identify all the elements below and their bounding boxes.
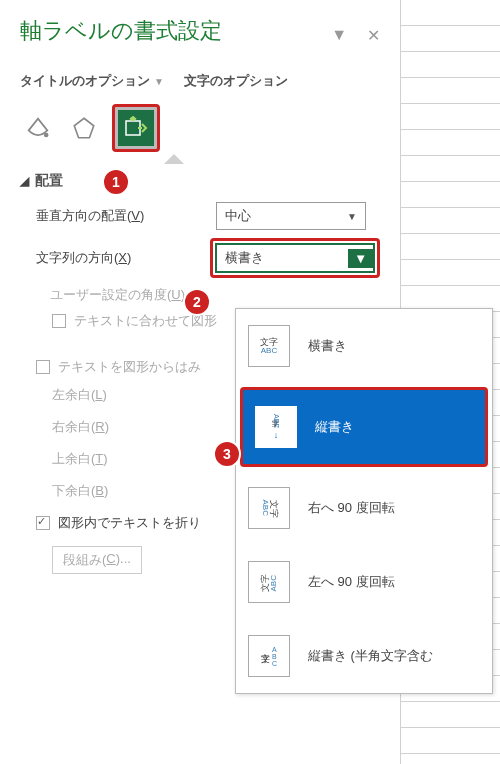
menu-item-rotate-left[interactable]: 文字ABC 左へ 90 度回転: [236, 545, 492, 619]
direction-vertical-ascii-icon: 文字 ABC: [248, 635, 290, 677]
section-alignment[interactable]: ◢ 配置: [20, 172, 380, 190]
chevron-down-icon: ▼: [348, 249, 373, 268]
direction-horizontal-icon: 文字ABC: [248, 325, 290, 367]
menu-item-horizontal[interactable]: 文字ABC 横書き: [236, 309, 492, 383]
tab-title-options[interactable]: タイトルのオプション ▼: [20, 72, 164, 90]
select-text-direction[interactable]: 横書き ▼: [215, 243, 375, 273]
direction-rotate-right-icon: 文字ABC: [248, 487, 290, 529]
chevron-down-icon: ▼: [347, 211, 357, 222]
section-collapse-icon: ◢: [20, 174, 29, 188]
category-icons: [20, 104, 380, 152]
menu-item-vertical[interactable]: 文字ABC ↓ 縦書き: [240, 387, 488, 467]
svg-marker-1: [74, 118, 94, 138]
panel-options-arrow-icon[interactable]: ▼: [331, 26, 347, 45]
svg-point-0: [44, 133, 49, 138]
callout-badge-2: 2: [183, 288, 211, 316]
svg-rect-2: [126, 121, 140, 135]
field-text-direction: 文字列の方向(X) 横書き ▼: [20, 238, 380, 278]
menu-item-rotate-right[interactable]: 文字ABC 右へ 90 度回転: [236, 471, 492, 545]
chevron-down-icon: ▼: [154, 76, 164, 87]
panel-close-icon[interactable]: ✕: [367, 26, 380, 45]
direction-vertical-icon: 文字ABC ↓: [255, 406, 297, 448]
field-vertical-alignment: 垂直方向の配置(V) 中心 ▼: [20, 202, 380, 230]
checkbox-icon: [36, 516, 50, 530]
fill-icon[interactable]: [20, 110, 56, 146]
select-text-direction-highlight: 横書き ▼: [210, 238, 380, 278]
direction-rotate-left-icon: 文字ABC: [248, 561, 290, 603]
label-text-direction: 文字列の方向(X): [36, 249, 210, 267]
size-properties-icon[interactable]: [118, 110, 154, 146]
tab-text-options[interactable]: 文字のオプション: [184, 72, 288, 90]
panel-tabs: タイトルのオプション ▼ 文字のオプション: [20, 72, 380, 90]
panel-title-row: 軸ラベルの書式設定 ▼ ✕: [20, 16, 380, 54]
select-vertical-alignment[interactable]: 中心 ▼: [216, 202, 366, 230]
size-properties-icon-highlight: [112, 104, 160, 152]
callout-badge-1: 1: [102, 168, 130, 196]
checkbox-icon: [36, 360, 50, 374]
label-vertical-alignment: 垂直方向の配置(V): [36, 207, 216, 225]
callout-badge-3: 3: [213, 440, 241, 468]
menu-item-vertical-ascii[interactable]: 文字 ABC 縦書き (半角文字含む: [236, 619, 492, 693]
checkbox-icon: [52, 314, 66, 328]
text-direction-dropdown: 文字ABC 横書き 文字ABC ↓ 縦書き 文字ABC 右へ 90 度回転 文字…: [235, 308, 493, 694]
columns-button: 段組み(C)...: [52, 546, 142, 574]
effects-icon[interactable]: [66, 110, 102, 146]
panel-title: 軸ラベルの書式設定: [20, 16, 222, 46]
tab-pointer: [164, 154, 184, 164]
